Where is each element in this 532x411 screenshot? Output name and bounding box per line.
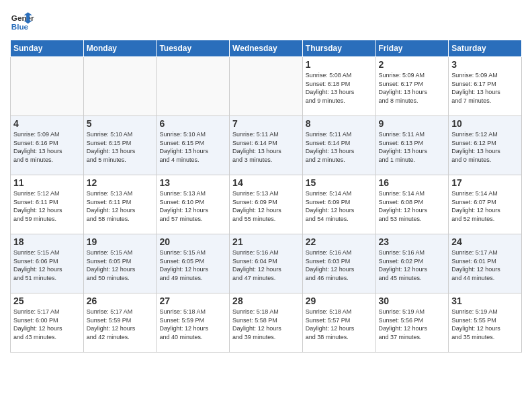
day-cell: 15Sunrise: 5:14 AM Sunset: 6:09 PM Dayli…	[302, 175, 375, 234]
day-info: Sunrise: 5:12 AM Sunset: 6:12 PM Dayligh…	[451, 130, 519, 164]
day-cell: 26Sunrise: 5:17 AM Sunset: 5:59 PM Dayli…	[83, 293, 157, 353]
day-info: Sunrise: 5:15 AM Sunset: 6:05 PM Dayligh…	[87, 248, 154, 282]
day-cell: 29Sunrise: 5:18 AM Sunset: 5:57 PM Dayli…	[302, 293, 375, 353]
day-info: Sunrise: 5:11 AM Sunset: 6:14 PM Dayligh…	[232, 130, 300, 164]
day-info: Sunrise: 5:11 AM Sunset: 6:14 PM Dayligh…	[306, 130, 373, 164]
day-cell: 14Sunrise: 5:13 AM Sunset: 6:09 PM Dayli…	[230, 175, 303, 234]
day-cell	[157, 57, 230, 116]
day-number: 20	[159, 236, 226, 247]
day-number: 3	[451, 59, 519, 70]
day-cell	[83, 57, 157, 116]
day-number: 16	[379, 177, 446, 188]
day-info: Sunrise: 5:11 AM Sunset: 6:13 PM Dayligh…	[379, 130, 446, 164]
day-number: 30	[379, 295, 446, 306]
day-number: 14	[232, 177, 300, 188]
day-info: Sunrise: 5:09 AM Sunset: 6:17 PM Dayligh…	[379, 71, 446, 105]
day-cell: 7Sunrise: 5:11 AM Sunset: 6:14 PM Daylig…	[230, 116, 303, 175]
day-info: Sunrise: 5:15 AM Sunset: 6:06 PM Dayligh…	[13, 248, 81, 282]
logo: General Blue	[10, 10, 38, 34]
day-info: Sunrise: 5:17 AM Sunset: 6:00 PM Dayligh…	[13, 308, 81, 341]
day-number: 29	[306, 295, 373, 306]
day-cell: 25Sunrise: 5:17 AM Sunset: 6:00 PM Dayli…	[11, 293, 84, 353]
day-info: Sunrise: 5:18 AM Sunset: 5:58 PM Dayligh…	[232, 308, 300, 341]
day-cell	[230, 57, 303, 116]
day-info: Sunrise: 5:08 AM Sunset: 6:18 PM Dayligh…	[306, 71, 373, 105]
day-cell: 16Sunrise: 5:14 AM Sunset: 6:08 PM Dayli…	[375, 175, 449, 234]
day-info: Sunrise: 5:18 AM Sunset: 5:59 PM Dayligh…	[159, 308, 226, 341]
day-info: Sunrise: 5:10 AM Sunset: 6:15 PM Dayligh…	[87, 130, 154, 164]
day-cell: 4Sunrise: 5:09 AM Sunset: 6:16 PM Daylig…	[11, 116, 84, 175]
day-cell: 27Sunrise: 5:18 AM Sunset: 5:59 PM Dayli…	[157, 293, 230, 353]
day-number: 15	[306, 177, 373, 188]
day-number: 13	[159, 177, 226, 188]
page-header: General Blue	[10, 10, 522, 34]
day-number: 19	[87, 236, 154, 247]
day-info: Sunrise: 5:18 AM Sunset: 5:57 PM Dayligh…	[306, 308, 373, 341]
day-info: Sunrise: 5:16 AM Sunset: 6:04 PM Dayligh…	[232, 248, 300, 282]
day-cell: 17Sunrise: 5:14 AM Sunset: 6:07 PM Dayli…	[449, 175, 522, 234]
day-cell: 8Sunrise: 5:11 AM Sunset: 6:14 PM Daylig…	[302, 116, 375, 175]
col-header-thursday: Thursday	[302, 40, 375, 57]
day-info: Sunrise: 5:13 AM Sunset: 6:09 PM Dayligh…	[232, 189, 300, 223]
day-cell: 23Sunrise: 5:16 AM Sunset: 6:02 PM Dayli…	[375, 234, 449, 293]
logo-icon: General Blue	[10, 10, 34, 34]
day-cell: 3Sunrise: 5:09 AM Sunset: 6:17 PM Daylig…	[449, 57, 522, 116]
day-info: Sunrise: 5:15 AM Sunset: 6:05 PM Dayligh…	[159, 248, 226, 282]
day-info: Sunrise: 5:10 AM Sunset: 6:15 PM Dayligh…	[159, 130, 226, 164]
day-info: Sunrise: 5:17 AM Sunset: 6:01 PM Dayligh…	[451, 248, 519, 282]
day-cell: 24Sunrise: 5:17 AM Sunset: 6:01 PM Dayli…	[449, 234, 522, 293]
day-number: 23	[379, 236, 446, 247]
day-number: 4	[13, 118, 81, 129]
day-number: 17	[451, 177, 519, 188]
day-number: 11	[13, 177, 81, 188]
day-cell: 6Sunrise: 5:10 AM Sunset: 6:15 PM Daylig…	[157, 116, 230, 175]
day-info: Sunrise: 5:19 AM Sunset: 5:55 PM Dayligh…	[451, 308, 519, 341]
col-header-sunday: Sunday	[11, 40, 84, 57]
day-number: 27	[159, 295, 226, 306]
col-header-tuesday: Tuesday	[157, 40, 230, 57]
day-number: 1	[306, 59, 373, 70]
day-number: 28	[232, 295, 300, 306]
col-header-monday: Monday	[83, 40, 157, 57]
calendar-table: SundayMondayTuesdayWednesdayThursdayFrid…	[10, 40, 522, 353]
day-info: Sunrise: 5:09 AM Sunset: 6:17 PM Dayligh…	[451, 71, 519, 105]
day-cell: 22Sunrise: 5:16 AM Sunset: 6:03 PM Dayli…	[302, 234, 375, 293]
day-cell: 30Sunrise: 5:19 AM Sunset: 5:56 PM Dayli…	[375, 293, 449, 353]
day-number: 2	[379, 59, 446, 70]
day-info: Sunrise: 5:19 AM Sunset: 5:56 PM Dayligh…	[379, 308, 446, 341]
day-number: 6	[159, 118, 226, 129]
day-number: 18	[13, 236, 81, 247]
day-info: Sunrise: 5:14 AM Sunset: 6:07 PM Dayligh…	[451, 189, 519, 223]
day-cell: 13Sunrise: 5:13 AM Sunset: 6:10 PM Dayli…	[157, 175, 230, 234]
day-cell: 9Sunrise: 5:11 AM Sunset: 6:13 PM Daylig…	[375, 116, 449, 175]
day-number: 12	[87, 177, 154, 188]
day-cell: 20Sunrise: 5:15 AM Sunset: 6:05 PM Dayli…	[157, 234, 230, 293]
day-number: 24	[451, 236, 519, 247]
day-number: 22	[306, 236, 373, 247]
day-info: Sunrise: 5:16 AM Sunset: 6:02 PM Dayligh…	[379, 248, 446, 282]
day-number: 7	[232, 118, 300, 129]
day-number: 25	[13, 295, 81, 306]
day-info: Sunrise: 5:16 AM Sunset: 6:03 PM Dayligh…	[306, 248, 373, 282]
day-cell: 11Sunrise: 5:12 AM Sunset: 6:11 PM Dayli…	[11, 175, 84, 234]
col-header-saturday: Saturday	[449, 40, 522, 57]
day-cell: 18Sunrise: 5:15 AM Sunset: 6:06 PM Dayli…	[11, 234, 84, 293]
day-cell: 5Sunrise: 5:10 AM Sunset: 6:15 PM Daylig…	[83, 116, 157, 175]
day-number: 9	[379, 118, 446, 129]
day-number: 31	[451, 295, 519, 306]
col-header-friday: Friday	[375, 40, 449, 57]
col-header-wednesday: Wednesday	[230, 40, 303, 57]
day-number: 21	[232, 236, 300, 247]
day-cell: 2Sunrise: 5:09 AM Sunset: 6:17 PM Daylig…	[375, 57, 449, 116]
day-cell: 19Sunrise: 5:15 AM Sunset: 6:05 PM Dayli…	[83, 234, 157, 293]
day-cell: 10Sunrise: 5:12 AM Sunset: 6:12 PM Dayli…	[449, 116, 522, 175]
day-cell	[11, 57, 84, 116]
day-cell: 28Sunrise: 5:18 AM Sunset: 5:58 PM Dayli…	[230, 293, 303, 353]
day-info: Sunrise: 5:14 AM Sunset: 6:08 PM Dayligh…	[379, 189, 446, 223]
day-cell: 12Sunrise: 5:13 AM Sunset: 6:11 PM Dayli…	[83, 175, 157, 234]
day-info: Sunrise: 5:13 AM Sunset: 6:10 PM Dayligh…	[159, 189, 226, 223]
day-number: 26	[87, 295, 154, 306]
day-number: 5	[87, 118, 154, 129]
day-cell: 21Sunrise: 5:16 AM Sunset: 6:04 PM Dayli…	[230, 234, 303, 293]
day-info: Sunrise: 5:14 AM Sunset: 6:09 PM Dayligh…	[306, 189, 373, 223]
